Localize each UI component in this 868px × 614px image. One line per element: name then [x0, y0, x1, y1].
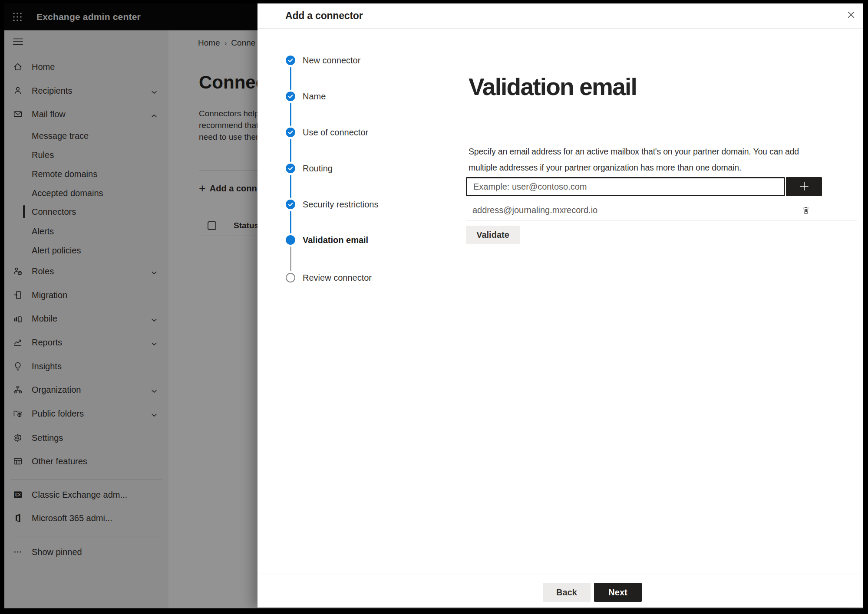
step-circle-routing[interactable]	[286, 164, 295, 173]
step-connector-line	[290, 103, 291, 126]
step-circle-validation-email[interactable]	[286, 235, 295, 245]
add-connector-modal: Add a connector New connectorNameUse of …	[257, 3, 863, 607]
step-heading: Validation email	[469, 73, 637, 101]
step-description-line2: multiple addresses if your partner organ…	[469, 160, 799, 176]
step-description-line1: Specify an email address for an active m…	[469, 144, 799, 160]
trash-icon[interactable]	[801, 205, 811, 215]
modal-header-divider	[257, 28, 863, 29]
step-circle-new-connector[interactable]	[286, 56, 295, 65]
step-label-routing[interactable]: Routing	[303, 162, 333, 174]
step-connector-line	[290, 67, 291, 90]
modal-footer-divider	[257, 574, 863, 574]
step-circle-use-of-connector[interactable]	[286, 128, 295, 137]
step-label-validation-email[interactable]: Validation email	[303, 234, 368, 246]
step-circle-name[interactable]	[286, 92, 295, 101]
step-description: Specify an email address for an active m…	[469, 144, 799, 176]
next-button[interactable]: Next	[594, 583, 642, 602]
modal-title: Add a connector	[285, 3, 363, 28]
address-row-divider	[466, 220, 857, 221]
steps-column-divider	[437, 29, 437, 574]
back-button[interactable]: Back	[543, 583, 591, 602]
address-row: address@journaling.mxrecord.io	[466, 200, 857, 221]
step-label-use-of-connector[interactable]: Use of connector	[303, 126, 368, 138]
step-circle-review-connector[interactable]	[286, 273, 295, 282]
step-connector-line	[290, 246, 291, 271]
close-icon[interactable]	[846, 10, 856, 20]
step-label-name[interactable]: Name	[303, 90, 326, 102]
step-label-security-restrictions[interactable]: Security restrictions	[303, 198, 379, 210]
step-label-new-connector[interactable]: New connector	[303, 54, 360, 66]
step-connector-line	[290, 139, 291, 162]
step-circle-security-restrictions[interactable]	[286, 200, 295, 209]
validation-email-input[interactable]	[466, 177, 785, 196]
step-label-review-connector[interactable]: Review connector	[303, 272, 372, 284]
step-connector-line	[290, 211, 291, 233]
app-window: Exchange admin center HomeRecipientsMail…	[4, 3, 863, 608]
step-connector-line	[290, 175, 291, 198]
address-email: address@journaling.mxrecord.io	[472, 200, 597, 221]
validate-button[interactable]: Validate	[466, 226, 520, 244]
add-address-button[interactable]	[786, 177, 822, 196]
